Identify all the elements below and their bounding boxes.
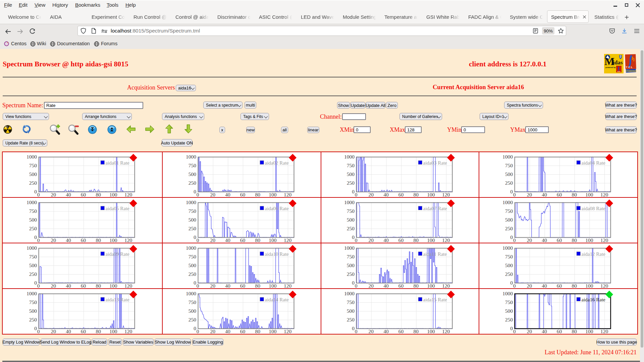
svg-text:0: 0 bbox=[352, 189, 355, 194]
svg-text:0: 0 bbox=[37, 192, 40, 197]
svg-text:250: 250 bbox=[346, 226, 355, 231]
svg-text:1000: 1000 bbox=[186, 199, 196, 205]
svg-text:250: 250 bbox=[188, 226, 196, 231]
svg-text:0: 0 bbox=[34, 280, 37, 286]
svg-text:60: 60 bbox=[80, 192, 86, 197]
svg-text:1000: 1000 bbox=[344, 199, 355, 205]
svg-text:80: 80 bbox=[572, 283, 577, 289]
svg-text:aida06 Rate: aida06 Rate bbox=[265, 206, 289, 211]
svg-text:100: 100 bbox=[427, 283, 435, 289]
svg-text:1000: 1000 bbox=[502, 154, 513, 160]
svg-text:aida09 Rate: aida09 Rate bbox=[105, 251, 129, 257]
svg-text:20: 20 bbox=[527, 192, 532, 197]
svg-text:100: 100 bbox=[269, 283, 277, 289]
svg-text:120: 120 bbox=[600, 192, 608, 197]
svg-text:40: 40 bbox=[225, 328, 230, 334]
svg-text:aida14 Rate: aida14 Rate bbox=[265, 297, 289, 302]
svg-text:100: 100 bbox=[109, 192, 117, 197]
svg-text:120: 120 bbox=[442, 192, 450, 197]
svg-text:0: 0 bbox=[352, 234, 355, 240]
svg-text:500: 500 bbox=[29, 308, 37, 314]
svg-text:40: 40 bbox=[542, 237, 547, 243]
svg-text:0: 0 bbox=[513, 283, 516, 289]
svg-text:80: 80 bbox=[413, 328, 419, 334]
svg-text:500: 500 bbox=[188, 217, 196, 223]
svg-text:120: 120 bbox=[283, 192, 291, 197]
svg-text:20: 20 bbox=[368, 192, 374, 197]
svg-text:20: 20 bbox=[527, 237, 532, 243]
svg-text:0: 0 bbox=[355, 328, 357, 334]
svg-text:0: 0 bbox=[513, 192, 516, 197]
svg-text:0: 0 bbox=[510, 325, 513, 331]
svg-text:0: 0 bbox=[355, 192, 357, 197]
svg-text:1000: 1000 bbox=[26, 291, 37, 296]
svg-text:40: 40 bbox=[383, 192, 389, 197]
svg-text:1000: 1000 bbox=[344, 154, 355, 160]
svg-text:750: 750 bbox=[346, 208, 355, 214]
svg-text:100: 100 bbox=[269, 237, 277, 243]
svg-text:500: 500 bbox=[29, 171, 37, 177]
svg-text:1000: 1000 bbox=[344, 245, 355, 251]
svg-text:100: 100 bbox=[427, 328, 435, 334]
svg-text:60: 60 bbox=[80, 237, 86, 243]
svg-text:POWERED: POWERED bbox=[626, 70, 637, 72]
svg-text:250: 250 bbox=[346, 180, 355, 186]
svg-text:80: 80 bbox=[572, 328, 577, 334]
svg-text:T C L: T C L bbox=[626, 66, 633, 69]
svg-text:aida08 Rate: aida08 Rate bbox=[581, 206, 605, 211]
svg-text:500: 500 bbox=[346, 217, 355, 223]
svg-text:80: 80 bbox=[255, 192, 260, 197]
svg-text:100: 100 bbox=[585, 283, 593, 289]
svg-text:120: 120 bbox=[124, 283, 132, 289]
svg-text:0: 0 bbox=[196, 283, 199, 289]
svg-text:aida10 Rate: aida10 Rate bbox=[265, 251, 289, 257]
svg-text:100: 100 bbox=[109, 283, 117, 289]
svg-text:750: 750 bbox=[29, 208, 37, 214]
svg-text:250: 250 bbox=[29, 226, 37, 231]
svg-text:0: 0 bbox=[194, 280, 196, 286]
svg-text:40: 40 bbox=[66, 192, 71, 197]
svg-text:120: 120 bbox=[283, 283, 291, 289]
svg-text:250: 250 bbox=[346, 317, 355, 322]
svg-text:20: 20 bbox=[527, 283, 532, 289]
svg-text:60: 60 bbox=[240, 328, 245, 334]
svg-text:60: 60 bbox=[398, 192, 404, 197]
svg-text:750: 750 bbox=[188, 254, 196, 259]
svg-text:100: 100 bbox=[427, 237, 435, 243]
svg-text:60: 60 bbox=[398, 283, 404, 289]
svg-text:aida11 Rate: aida11 Rate bbox=[423, 251, 447, 257]
svg-text:750: 750 bbox=[29, 163, 37, 168]
svg-text:60: 60 bbox=[556, 283, 562, 289]
svg-text:250: 250 bbox=[346, 271, 355, 277]
svg-text:60: 60 bbox=[398, 237, 404, 243]
svg-text:0: 0 bbox=[513, 328, 516, 334]
svg-text:20: 20 bbox=[210, 192, 215, 197]
svg-text:powered by: powered by bbox=[605, 66, 616, 68]
svg-text:60: 60 bbox=[556, 192, 562, 197]
svg-text:60: 60 bbox=[80, 283, 86, 289]
svg-text:80: 80 bbox=[413, 192, 419, 197]
svg-text:250: 250 bbox=[29, 317, 37, 322]
svg-text:500: 500 bbox=[188, 262, 196, 268]
svg-text:750: 750 bbox=[346, 299, 355, 305]
svg-text:40: 40 bbox=[383, 237, 389, 243]
svg-text:0: 0 bbox=[355, 283, 357, 289]
svg-text:0: 0 bbox=[37, 328, 40, 334]
svg-text:40: 40 bbox=[542, 283, 547, 289]
svg-text:1000: 1000 bbox=[26, 245, 37, 251]
svg-text:120: 120 bbox=[283, 237, 291, 243]
svg-text:500: 500 bbox=[505, 262, 513, 268]
svg-text:20: 20 bbox=[368, 328, 374, 334]
svg-text:100: 100 bbox=[427, 192, 435, 197]
svg-text:80: 80 bbox=[413, 237, 419, 243]
svg-text:60: 60 bbox=[240, 283, 245, 289]
svg-text:60: 60 bbox=[398, 328, 404, 334]
svg-text:500: 500 bbox=[505, 171, 513, 177]
svg-text:750: 750 bbox=[188, 163, 196, 168]
svg-text:80: 80 bbox=[255, 237, 260, 243]
svg-text:aida16 Rate: aida16 Rate bbox=[581, 297, 605, 302]
svg-text:aida12 Rate: aida12 Rate bbox=[581, 251, 605, 257]
svg-text:40: 40 bbox=[225, 283, 230, 289]
svg-text:20: 20 bbox=[51, 283, 56, 289]
svg-text:750: 750 bbox=[505, 254, 513, 259]
